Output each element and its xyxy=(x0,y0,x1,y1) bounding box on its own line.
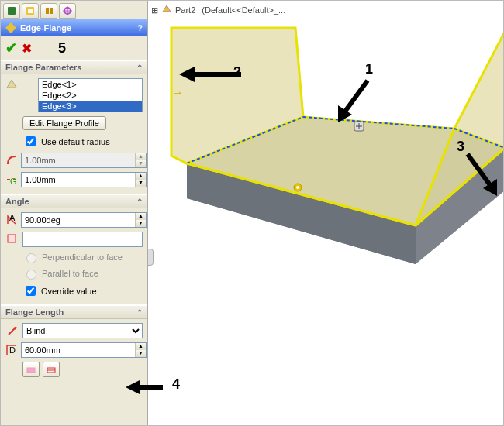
spin-up-icon[interactable]: ▲ xyxy=(136,173,146,180)
angle-field[interactable]: ▲▼ xyxy=(21,212,147,228)
perpendicular-radio: Perpendicular to face xyxy=(22,251,143,263)
annotation-2: 2 xyxy=(233,64,241,81)
svg-rect-4 xyxy=(50,8,53,14)
flange-length-field[interactable]: ▲▼ xyxy=(21,342,147,358)
section-flange-length: Flange Length ⌃ Blind D ▲▼ xyxy=(1,304,147,383)
svg-rect-13 xyxy=(8,235,16,242)
edge-flange-icon xyxy=(5,22,16,33)
svg-rect-3 xyxy=(46,8,49,14)
spin-up-icon[interactable]: ▲ xyxy=(136,213,146,220)
svg-marker-26 xyxy=(454,32,503,148)
gap-icon: G xyxy=(5,173,18,187)
ok-cancel-row: ✔ ✖ 5 xyxy=(1,36,147,60)
pm-titlebar: Edge-Flange ? xyxy=(1,19,147,36)
annotation-5: 5 xyxy=(58,40,66,57)
spin-up-icon[interactable]: ▲ xyxy=(136,343,146,350)
override-value-checkbox[interactable]: Override value xyxy=(22,283,143,298)
section-header-length[interactable]: Flange Length ⌃ xyxy=(1,305,147,319)
edge-listbox[interactable]: Edge<1> Edge<2> Edge<3> xyxy=(38,78,143,112)
parallel-radio: Parallel to face xyxy=(22,267,143,280)
spin-down-icon: ▼ xyxy=(136,160,146,167)
end-condition-icon xyxy=(5,324,19,338)
svg-text:A: A xyxy=(9,214,16,222)
length-direction-icon: → xyxy=(171,86,184,100)
spin-down-icon[interactable]: ▼ xyxy=(136,350,146,357)
section-header-params[interactable]: Flange Parameters ⌃ xyxy=(1,60,147,74)
section-angle: Angle ⌃ A ▲▼ Perpendicular to face xyxy=(1,194,147,304)
svg-rect-2 xyxy=(28,9,33,13)
bend-radius-field: ▲▼ xyxy=(21,153,147,168)
spin-down-icon[interactable]: ▼ xyxy=(136,220,146,227)
svg-point-36 xyxy=(296,186,299,189)
tab-dimxpert[interactable] xyxy=(59,3,76,19)
dim-handle-icon[interactable] xyxy=(354,121,364,132)
bend-radius-icon xyxy=(5,153,18,167)
help-icon[interactable]: ? xyxy=(137,23,143,33)
tab-feature-tree[interactable] xyxy=(3,3,20,19)
length-outer-toggle[interactable] xyxy=(22,362,40,377)
angle-ref-field[interactable] xyxy=(22,232,143,247)
graphics-viewport[interactable]: ⊞ Part2 (Default<<Default>_... → 2 1 xyxy=(148,1,503,425)
property-manager-panel: Edge-Flange ? ✔ ✖ 5 Flange Parameters ⌃ … xyxy=(1,1,148,425)
angle-icon: A xyxy=(5,213,18,227)
edge-item[interactable]: Edge<1> xyxy=(39,79,142,90)
face-select-icon xyxy=(5,232,19,246)
tab-property-manager[interactable] xyxy=(22,3,39,19)
origin-marker-icon xyxy=(292,182,303,193)
length-type-select[interactable]: Blind xyxy=(22,323,143,338)
spin-down-icon[interactable]: ▼ xyxy=(136,180,146,187)
annotation-1: 1 xyxy=(365,61,373,77)
section-flange-parameters: Flange Parameters ⌃ Edge<1> Edge<2> Edge… xyxy=(1,60,147,194)
tab-configuration[interactable] xyxy=(40,3,57,19)
ok-button[interactable]: ✔ xyxy=(5,40,17,57)
use-default-radius-checkbox[interactable]: Use default radius xyxy=(22,134,143,149)
annotation-3: 3 xyxy=(457,139,464,155)
svg-rect-0 xyxy=(8,7,16,15)
cancel-button[interactable]: ✖ xyxy=(22,41,32,56)
pm-tabs xyxy=(1,1,147,19)
model-render xyxy=(148,1,503,419)
edge-item[interactable]: Edge<2> xyxy=(39,90,142,101)
collapse-icon: ⌃ xyxy=(136,198,143,206)
section-header-angle[interactable]: Angle ⌃ xyxy=(1,194,147,208)
edge-item[interactable]: Edge<3> xyxy=(39,101,142,112)
pm-title: Edge-Flange xyxy=(20,23,71,33)
collapse-icon: ⌃ xyxy=(136,308,143,317)
length-inner-toggle[interactable] xyxy=(43,362,60,377)
gap-field[interactable]: ▲▼ xyxy=(21,172,147,187)
svg-rect-17 xyxy=(27,368,35,373)
annotation-4: 4 xyxy=(172,376,180,393)
edit-flange-profile-button[interactable]: Edit Flange Profile xyxy=(22,116,106,130)
svg-text:D: D xyxy=(9,345,16,355)
spin-up-icon: ▲ xyxy=(136,153,146,160)
edge-select-icon xyxy=(5,78,18,112)
svg-marker-8 xyxy=(7,80,16,88)
svg-text:G: G xyxy=(10,177,17,186)
collapse-icon: ⌃ xyxy=(136,64,143,72)
length-dim-icon: D xyxy=(5,343,18,357)
